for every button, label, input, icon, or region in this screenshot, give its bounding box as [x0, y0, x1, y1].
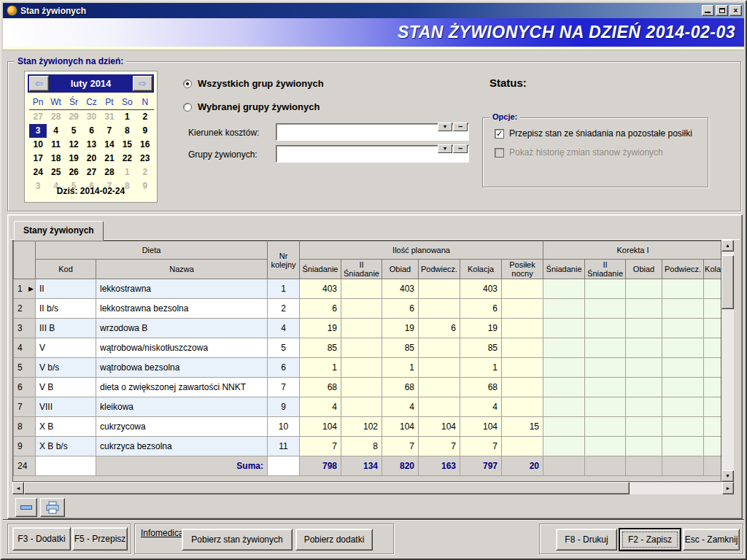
f3-dodatki-button[interactable]: F3 - Dodatki — [12, 527, 71, 551]
row-indicator-cell[interactable]: 4 — [14, 338, 36, 358]
planned-quantity-cell[interactable]: 403 — [460, 279, 502, 299]
fed-groups-combo[interactable]: ▼ – — [276, 145, 469, 163]
row-indicator-cell[interactable]: 8 — [14, 417, 36, 437]
planned-quantity-cell[interactable]: 7 — [382, 437, 419, 456]
row-indicator-cell[interactable]: 6 — [14, 378, 36, 397]
planned-quantity-cell[interactable]: 85 — [460, 338, 502, 358]
radio-selected-group[interactable]: Wybranej grupy żywionych — [183, 101, 320, 112]
order-number-cell[interactable]: 6 — [268, 358, 300, 378]
correction-cell[interactable] — [704, 378, 721, 397]
sum-code-cell[interactable] — [36, 456, 96, 476]
correction-cell[interactable] — [543, 437, 585, 456]
calendar-day[interactable]: 9 — [136, 124, 154, 138]
calendar-day[interactable]: 16 — [136, 138, 154, 152]
row-indicator-cell[interactable]: 9 — [14, 437, 36, 456]
correction-cell[interactable] — [543, 319, 585, 338]
planned-quantity-cell[interactable] — [419, 397, 460, 417]
correction-cell[interactable] — [543, 397, 585, 417]
calendar-day[interactable]: 5 — [65, 124, 82, 138]
diet-code-cell[interactable]: X B — [36, 417, 96, 437]
calendar-day[interactable]: 21 — [101, 152, 118, 166]
correction-cell[interactable] — [662, 299, 704, 319]
pobierz-stan-button[interactable]: Pobierz stan żywionych — [182, 529, 293, 551]
diet-name-cell[interactable]: wątrobowa/niskotłuszczowa — [96, 338, 268, 358]
planned-quantity-cell[interactable]: 1 — [300, 358, 341, 378]
correction-cell[interactable] — [585, 319, 626, 338]
planned-quantity-cell[interactable]: 85 — [382, 338, 419, 358]
correction-cell[interactable] — [662, 279, 704, 299]
planned-quantity-cell[interactable] — [502, 397, 543, 417]
planned-quantity-cell[interactable] — [341, 378, 382, 397]
calendar-day[interactable]: 25 — [47, 166, 64, 179]
row-indicator-cell[interactable]: 1▶ — [14, 279, 36, 299]
correction-cell[interactable] — [704, 338, 721, 358]
planned-quantity-cell[interactable]: 4 — [460, 397, 502, 417]
correction-cell[interactable] — [585, 279, 626, 299]
correction-cell[interactable] — [585, 397, 626, 417]
correction-cell[interactable] — [704, 319, 721, 338]
planned-quantity-cell[interactable] — [502, 358, 543, 378]
diet-code-cell[interactable]: VIII — [36, 397, 96, 417]
correction-cell[interactable] — [626, 378, 662, 397]
calendar-day[interactable]: 7 — [101, 124, 118, 138]
planned-quantity-cell[interactable] — [419, 299, 460, 319]
planned-quantity-cell[interactable]: 104 — [300, 417, 341, 437]
planned-quantity-cell[interactable]: 68 — [460, 378, 502, 397]
diet-name-cell[interactable]: cukrzyca bezsolna — [96, 437, 268, 456]
fed-groups-dropdown-button[interactable]: ▼ — [438, 144, 452, 153]
row-indicator-cell[interactable]: 3 — [14, 319, 36, 338]
planned-quantity-cell[interactable]: 7 — [300, 437, 341, 456]
correction-cell[interactable] — [543, 378, 585, 397]
radio-selected-group-control[interactable] — [183, 103, 192, 112]
calendar-day[interactable]: 12 — [65, 138, 82, 152]
diet-code-cell[interactable]: V b/s — [36, 358, 96, 378]
option-copy-breakfast-checkbox[interactable]: ✓ — [495, 129, 504, 139]
diet-code-cell[interactable]: II — [36, 279, 96, 299]
correction-cell[interactable] — [662, 319, 704, 338]
planned-quantity-cell[interactable]: 4 — [382, 397, 419, 417]
correction-cell[interactable] — [626, 437, 662, 456]
calendar-day[interactable]: 1 — [118, 166, 136, 179]
correction-cell[interactable] — [585, 417, 626, 437]
correction-cell[interactable] — [626, 338, 662, 358]
correction-cell[interactable] — [543, 299, 585, 319]
calendar-day[interactable]: 30 — [82, 110, 100, 124]
correction-cell[interactable] — [704, 358, 721, 378]
correction-cell[interactable] — [585, 338, 626, 358]
planned-quantity-cell[interactable] — [419, 358, 460, 378]
planned-quantity-cell[interactable]: 6 — [300, 299, 341, 319]
planned-quantity-cell[interactable]: 403 — [300, 279, 341, 299]
minimize-button[interactable] — [702, 5, 714, 16]
planned-quantity-cell[interactable]: 7 — [460, 437, 502, 456]
correction-cell[interactable] — [585, 378, 626, 397]
planned-quantity-cell[interactable]: 68 — [382, 378, 419, 397]
f8-drukuj-button[interactable]: F8 - Drukuj — [556, 529, 617, 551]
planned-quantity-cell[interactable] — [341, 319, 382, 338]
order-number-cell[interactable]: 5 — [268, 338, 300, 358]
planned-quantity-cell[interactable] — [341, 299, 382, 319]
calendar-day[interactable]: 23 — [136, 152, 154, 166]
calendar-day[interactable]: 8 — [118, 124, 136, 138]
correction-cell[interactable] — [543, 338, 585, 358]
diet-name-cell[interactable]: wrzodowa B — [96, 319, 268, 338]
scroll-left-button[interactable]: ◄ — [12, 482, 24, 494]
planned-quantity-cell[interactable] — [341, 338, 382, 358]
f2-zapisz-button[interactable]: F2 - Zapisz — [619, 529, 681, 551]
planned-quantity-cell[interactable] — [419, 378, 460, 397]
planned-quantity-cell[interactable] — [502, 378, 543, 397]
remove-row-button[interactable] — [15, 498, 37, 517]
calendar-day[interactable]: 20 — [82, 152, 100, 166]
planned-quantity-cell[interactable]: 68 — [300, 378, 341, 397]
calendar-day[interactable]: 2 — [136, 166, 154, 179]
planned-quantity-cell[interactable]: 1 — [460, 358, 502, 378]
diet-name-cell[interactable]: lekkostrawna — [96, 279, 268, 299]
correction-cell[interactable] — [626, 279, 662, 299]
calendar-day[interactable]: 13 — [82, 138, 100, 152]
diet-code-cell[interactable]: X B b/s — [36, 437, 96, 456]
diet-code-cell[interactable]: III B — [36, 319, 96, 338]
correction-cell[interactable] — [662, 378, 704, 397]
diet-name-cell[interactable]: lekkostrawna bezsolna — [96, 299, 268, 319]
correction-cell[interactable] — [704, 279, 721, 299]
calendar-day[interactable]: 11 — [47, 138, 64, 152]
planned-quantity-cell[interactable]: 6 — [382, 299, 419, 319]
